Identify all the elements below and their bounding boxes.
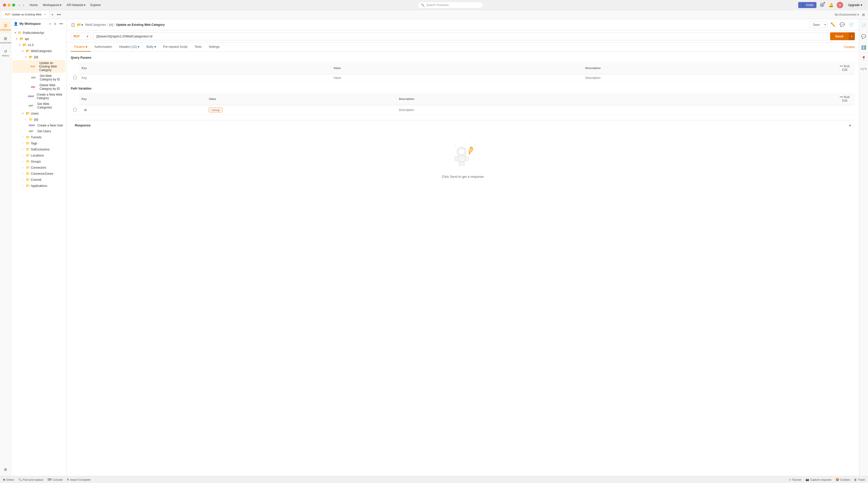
avatar[interactable]: U — [837, 2, 843, 8]
nav-home[interactable]: Home — [28, 2, 40, 8]
request-get-categories[interactable]: GET Get Web Categories — [12, 101, 65, 110]
tab-params[interactable]: Params — [71, 42, 91, 52]
more-tabs-btn[interactable]: ••• — [56, 12, 62, 18]
pv-value-highlighted[interactable]: <string> — [209, 108, 222, 112]
folder-tags[interactable]: › 📁 Tags — [12, 140, 65, 146]
layout-toggle-btn[interactable]: ⊞ — [861, 12, 866, 18]
env-selector[interactable]: No Environment ▾ — [833, 12, 861, 18]
folder-tunnels[interactable]: › 📁 Tunnels — [12, 134, 65, 140]
folder-v10[interactable]: ▾ 📂 v1.0 — [12, 42, 65, 48]
filter-btn[interactable]: ≡ — [53, 21, 57, 26]
tab-prerequest[interactable]: Pre-request Script — [159, 42, 191, 52]
folder-api[interactable]: ▾ 📂 api — [12, 36, 65, 42]
close-window-btn[interactable] — [3, 4, 6, 7]
desc-input[interactable] — [585, 76, 832, 80]
invite-btn[interactable]: 👤 Invite — [798, 2, 816, 8]
request-get-category[interactable]: GET Get Web Category by ID — [12, 73, 65, 82]
request-put-update[interactable]: PUT Update an Existing Web Category — [12, 60, 65, 73]
folder-applications[interactable]: › 📁 Applications — [12, 183, 65, 189]
value-cell[interactable] — [331, 74, 583, 82]
folder-groups[interactable]: › 📁 Groups — [12, 158, 65, 164]
request-builder-icon[interactable]: 📋 — [71, 23, 75, 27]
search-input[interactable]: 🔍 Search Postman — [417, 2, 483, 8]
forward-btn[interactable]: › — [22, 3, 25, 8]
status-find-replace[interactable]: 🔍 Find and replace — [18, 478, 43, 481]
folder-locations[interactable]: › 📁 Locations — [12, 152, 65, 158]
folder-connectors[interactable]: › 📁 Connectors — [12, 164, 65, 171]
save-main-btn[interactable]: Save — [810, 22, 823, 28]
new-collection-btn[interactable]: + — [48, 21, 52, 26]
pv-value-cell[interactable]: <string> — [206, 105, 396, 115]
key-input[interactable] — [82, 76, 328, 80]
pv-desc-input[interactable] — [399, 108, 832, 112]
right-docs-btn[interactable]: 📄 — [859, 21, 868, 30]
folder-webcategories[interactable]: ▾ 📂 WebCategories — [12, 48, 65, 54]
request-del-category[interactable]: DEL Delete Web Category by ID — [12, 83, 65, 92]
new-tab-btn[interactable]: + — [50, 12, 55, 18]
right-location-btn[interactable]: 📍 — [859, 54, 868, 63]
status-console[interactable]: ⌨ Console — [48, 478, 63, 481]
nav-api-network[interactable]: API Network ▾ — [64, 2, 88, 8]
pv-row-checkbox[interactable] — [73, 108, 76, 111]
sidebar-mock-btn[interactable]: ⊕ — [1, 465, 11, 474]
folder-commit[interactable]: › 📁 Commit — [12, 177, 65, 183]
desc-cell[interactable] — [583, 74, 835, 82]
tab-body[interactable]: Body — [143, 42, 159, 52]
back-btn[interactable]: ‹ — [18, 3, 21, 8]
dropdown-icon[interactable]: 📂▾ — [77, 23, 83, 27]
right-code-btn[interactable]: </> — [858, 65, 868, 73]
row-checkbox[interactable] — [73, 76, 76, 79]
request-get-users[interactable]: GET Get Users — [12, 128, 65, 134]
nav-workspaces[interactable]: Workspaces ▾ — [41, 2, 63, 8]
tab-headers[interactable]: Headers (12) — [116, 42, 143, 52]
notifications-btn[interactable]: 🔔 — [828, 2, 835, 8]
save-dropdown-btn[interactable]: ▾ — [823, 22, 828, 28]
request-post-create[interactable]: POST Create a New Web Category — [12, 92, 65, 101]
breadcrumb-webcategories[interactable]: WebCategories — [85, 23, 106, 27]
right-info-btn[interactable]: ℹ️ — [859, 43, 868, 52]
method-selector[interactable]: PUT ▾ — [71, 33, 91, 40]
send-btn[interactable]: Send — [830, 32, 848, 40]
collection-root[interactable]: ▼ 📁 PublicAdminApi — [12, 30, 65, 36]
status-runner[interactable]: ▷ Runner — [789, 478, 802, 481]
folder-users[interactable]: ▾ 📂 Users — [12, 111, 65, 116]
cookies-link[interactable]: Cookies — [844, 45, 855, 49]
folder-id[interactable]: ▾ 📂 {id} — [12, 54, 65, 60]
folder-connectorzones[interactable]: › 📁 ConnectorZones — [12, 171, 65, 177]
more-options-btn[interactable]: ••• — [58, 21, 64, 26]
tab-close-btn[interactable]: ✕ — [44, 13, 46, 16]
edit-icon-btn[interactable]: ✏️ — [830, 21, 837, 28]
status-online[interactable]: Online — [3, 478, 14, 481]
bulk-edit-btn[interactable]: ••• Bulk Edit — [837, 63, 852, 72]
sidebar-environments-btn[interactable]: ⊞ Environments — [1, 34, 11, 46]
status-capture[interactable]: 📷 Capture requests — [806, 478, 831, 481]
search-bar[interactable]: 🔍 Search Postman — [105, 2, 796, 8]
status-cookies[interactable]: 🍪 Cookies — [836, 478, 850, 481]
tab-put-update[interactable]: PUT Update an Existing Web ✕ — [2, 11, 49, 18]
docs-icon-btn[interactable]: 📄 — [848, 21, 855, 28]
sidebar-collections-btn[interactable]: ☰ Collections — [1, 21, 11, 33]
send-dropdown-btn[interactable]: ▾ — [848, 32, 855, 40]
right-comments-btn[interactable]: 💬 — [859, 32, 868, 41]
sidebar-history-btn[interactable]: ↺ History — [1, 47, 11, 59]
maximize-window-btn[interactable] — [12, 4, 15, 7]
minimize-window-btn[interactable] — [8, 4, 11, 7]
key-cell[interactable] — [79, 74, 331, 82]
request-post-user[interactable]: POST Create a New User — [12, 123, 65, 128]
pv-bulk-edit-btn[interactable]: ••• Bulk Edit — [837, 94, 852, 103]
pv-desc-cell[interactable] — [396, 105, 835, 115]
comment-icon-btn[interactable]: 💬 — [839, 21, 846, 28]
tab-settings[interactable]: Settings — [205, 42, 223, 52]
status-trash[interactable]: 🗑 Trash — [854, 478, 865, 481]
response-section[interactable]: Response ▾ — [71, 120, 855, 130]
status-import-complete[interactable]: ⬇ Import Complete — [67, 478, 91, 481]
url-input[interactable] — [93, 32, 828, 40]
folder-users-id[interactable]: › 📁 {id} — [12, 117, 65, 122]
value-input[interactable] — [333, 76, 580, 80]
folder-sslexclusions[interactable]: › 📁 SslExclusions — [12, 146, 65, 152]
nav-explore[interactable]: Explore — [89, 2, 103, 8]
tab-authorization[interactable]: Authorization — [91, 42, 116, 52]
breadcrumb-id[interactable]: {id} — [109, 23, 113, 27]
upgrade-btn[interactable]: Upgrade ▾ — [845, 2, 865, 8]
tab-tests[interactable]: Tests — [191, 42, 205, 52]
